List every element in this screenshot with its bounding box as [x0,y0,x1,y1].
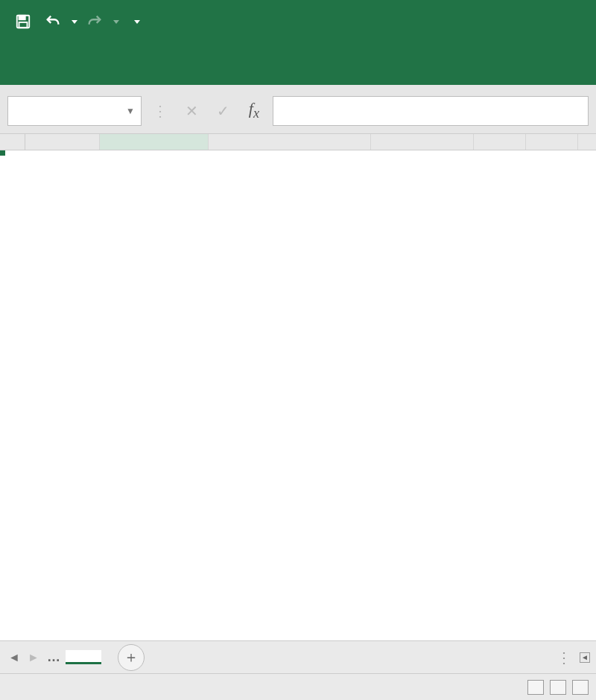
formula-bar: ▼ ⋮ ✕ ✓ fx [0,85,596,134]
col-header-A[interactable] [25,134,100,150]
tab-overflow-button[interactable]: … [45,649,63,665]
undo-button[interactable] [40,9,66,34]
col-header-D[interactable] [371,134,474,150]
redo-button [82,9,107,34]
undo-dropdown-icon[interactable] [72,20,77,24]
select-all-corner[interactable] [0,134,25,150]
col-header-C[interactable] [209,134,371,150]
formula-input[interactable] [273,96,589,126]
tab-scroll-left-button[interactable]: ◄ [6,651,22,664]
tab-data[interactable] [170,57,197,71]
svg-rect-1 [19,16,25,20]
enter-formula-button: ✓ [210,96,235,126]
col-header-F[interactable] [526,134,578,150]
cancel-formula-button: ✕ [179,96,204,126]
name-box[interactable]: ▼ [7,96,142,126]
save-button[interactable] [10,9,36,34]
tab-file[interactable] [6,57,33,71]
sheet-tab-active[interactable] [66,650,101,664]
quick-access-toolbar [10,9,149,34]
new-sheet-button[interactable]: ＋ [118,644,145,671]
redo-dropdown-icon [113,20,119,24]
tab-review[interactable] [203,57,229,71]
active-cell-outline [0,150,3,153]
name-box-dropdown-icon[interactable]: ▼ [126,106,135,116]
col-header-E[interactable] [474,134,526,150]
tab-page-layout[interactable] [104,57,131,71]
col-header-B[interactable] [100,134,209,150]
page-layout-view-button[interactable] [550,680,566,695]
tab-insert[interactable] [72,57,98,71]
svg-rect-2 [19,22,28,28]
tab-scroll-right-button[interactable]: ► [25,651,42,664]
fill-handle[interactable] [0,150,5,156]
fx-options-icon: ⋮ [148,96,173,126]
insert-function-button[interactable]: fx [241,96,267,126]
normal-view-button[interactable] [527,680,544,695]
page-break-view-button[interactable] [572,680,589,695]
tab-home[interactable] [39,57,66,71]
ribbon-tabs [0,43,596,85]
spreadsheet-grid[interactable] [0,134,596,640]
title-bar [0,0,596,43]
tab-strip-options-icon[interactable]: ⋮ [551,643,577,672]
sheet-tab-strip: ◄ ► … ＋ ⋮ ◄ [0,640,596,673]
view-buttons [527,680,589,695]
tab-formulas[interactable] [137,57,164,71]
qat-customize-button[interactable] [124,9,149,34]
horizontal-scroll-left-button[interactable]: ◄ [580,652,590,663]
column-headers [0,134,596,150]
status-bar [0,673,596,700]
